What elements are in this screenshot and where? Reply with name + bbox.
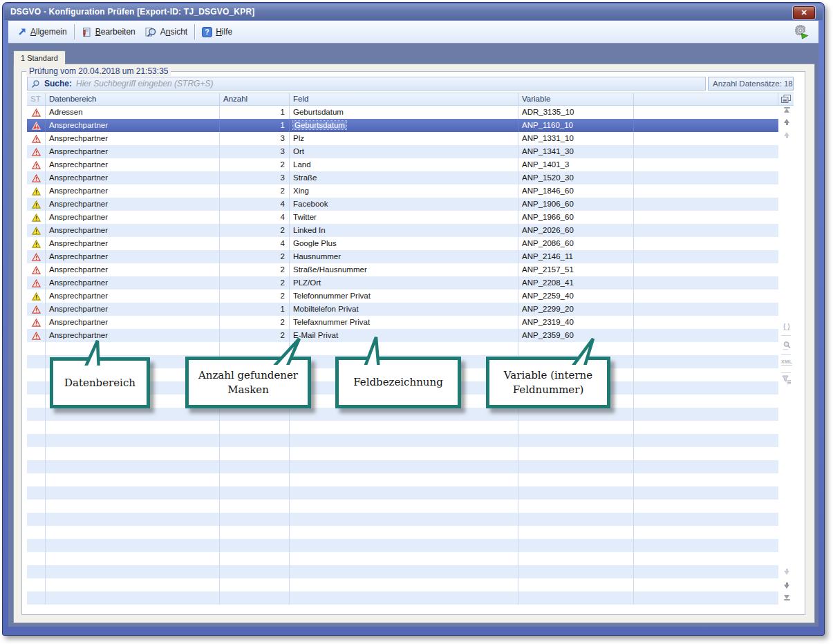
menu-item-bearbeiten[interactable]: Bearbeiten — [77, 25, 140, 39]
table-row-empty[interactable] — [27, 421, 778, 434]
table-row[interactable]: Ansprechpartner1Mobiltelefon PrivatANP_2… — [27, 303, 778, 316]
table-row-empty[interactable] — [27, 368, 778, 381]
table-row-empty[interactable] — [27, 342, 778, 355]
table-row[interactable]: Ansprechpartner2Straße/HausnummerANP_215… — [27, 263, 778, 276]
cell-filler — [634, 145, 778, 158]
table-row[interactable]: Ansprechpartner4TwitterANP_1966_60 — [27, 211, 778, 224]
cell-filler — [634, 263, 778, 276]
close-button[interactable]: ✕ — [793, 6, 815, 19]
arrow-up-icon[interactable] — [780, 119, 794, 125]
table-row[interactable]: Ansprechpartner3PlzANP_1331_10 — [27, 132, 778, 145]
cell-filler — [634, 303, 778, 316]
status-yellow-warning-icon — [27, 211, 46, 224]
table-row[interactable]: Ansprechpartner2PLZ/OrtANP_2208_41 — [27, 276, 778, 290]
table-row[interactable]: Ansprechpartner2Telefonnummer PrivatANP_… — [27, 290, 778, 303]
help-icon: ? — [202, 27, 212, 37]
cell-variable: ANP_1906_60 — [518, 198, 634, 211]
cell-anzahl: 1 — [220, 119, 290, 132]
filter-icon[interactable] — [780, 375, 794, 384]
column-header-anzahl[interactable]: Anzahl — [220, 93, 290, 105]
cell-feld: Land — [290, 158, 518, 171]
cell-variable: ANP_1401_3 — [518, 158, 634, 171]
arrow-up-disabled-icon[interactable] — [780, 132, 794, 138]
column-header-variable[interactable]: Variable — [518, 93, 634, 105]
arrow-down-icon[interactable] — [780, 583, 794, 589]
status-red-warning-icon — [27, 303, 46, 316]
table-row-empty[interactable] — [27, 578, 778, 591]
scroll-top-icon[interactable] — [780, 107, 794, 113]
table-row-empty[interactable] — [27, 500, 778, 513]
cell-variable: ANP_2208_41 — [518, 276, 634, 290]
table-row[interactable]: Adressen1GeburtsdatumADR_3135_10 — [27, 106, 778, 119]
search-icon[interactable] — [780, 341, 794, 350]
table-row[interactable]: Ansprechpartner2HausnummerANP_2146_11 — [27, 250, 778, 263]
column-chooser-button[interactable] — [778, 93, 794, 105]
grid-header: STDatenbereichAnzahlFeldVariable — [27, 93, 794, 106]
table-row-empty[interactable] — [27, 381, 778, 395]
scroll-bottom-icon[interactable] — [780, 595, 794, 600]
cell-datenbereich: Ansprechpartner — [46, 198, 220, 211]
table-row-empty[interactable] — [27, 539, 778, 552]
status-red-warning-icon — [27, 158, 46, 171]
table-row-empty[interactable] — [27, 486, 778, 500]
xml-icon[interactable]: XML — [780, 359, 794, 366]
status-yellow-warning-icon — [27, 184, 46, 198]
table-row[interactable]: Ansprechpartner4Google PlusANP_2086_60 — [27, 237, 778, 250]
braces-icon[interactable]: ( ) — [780, 323, 794, 330]
arrow-down-disabled-icon[interactable] — [780, 569, 794, 575]
cell-datenbereich: Ansprechpartner — [46, 290, 220, 303]
rail-separator — [781, 354, 791, 355]
cell-anzahl: 3 — [220, 132, 290, 145]
column-header-filler[interactable] — [634, 93, 778, 105]
table-row-empty[interactable] — [27, 473, 778, 486]
menu-item-allgemein[interactable]: Allgemein — [12, 25, 72, 39]
cell-datenbereich: Ansprechpartner — [46, 263, 220, 276]
cell-datenbereich: Ansprechpartner — [46, 158, 220, 171]
table-row[interactable]: Ansprechpartner2LandANP_1401_3 — [27, 158, 778, 171]
table-row-empty[interactable] — [27, 565, 778, 578]
table-row-empty[interactable] — [27, 513, 778, 526]
cell-feld: Plz — [290, 132, 518, 145]
cell-variable: ANP_2086_60 — [518, 237, 634, 250]
status-red-warning-icon — [27, 316, 46, 329]
tab-standard[interactable]: 1 Standard — [13, 50, 66, 64]
menu-item-hilfe[interactable]: ?Hilfe — [197, 25, 237, 39]
cell-datenbereich: Ansprechpartner — [46, 329, 220, 342]
cell-anzahl: 2 — [220, 158, 290, 171]
table-row-empty[interactable] — [27, 447, 778, 460]
table-row[interactable]: Ansprechpartner2E-Mail PrivatANP_2359_60 — [27, 329, 778, 342]
table-row-empty[interactable] — [27, 591, 778, 605]
search-input[interactable]: Suche: Hier Suchbegriff eingeben (STRG+S… — [27, 77, 706, 91]
table-row[interactable]: Ansprechpartner3StraßeANP_1520_30 — [27, 171, 778, 184]
cell-variable: ANP_2146_11 — [518, 250, 634, 263]
table-row-empty[interactable] — [27, 408, 778, 421]
svg-text:?: ? — [205, 28, 209, 36]
column-header-st[interactable]: ST — [27, 93, 46, 105]
menu-item-label: Bearbeiten — [95, 27, 135, 37]
table-row[interactable]: Ansprechpartner2Linked InANP_2026_60 — [27, 224, 778, 237]
table-row-empty[interactable] — [27, 434, 778, 447]
table-row-empty[interactable] — [27, 526, 778, 539]
table-row[interactable]: Ansprechpartner3OrtANP_1341_30 — [27, 145, 778, 158]
table-row-empty[interactable] — [27, 552, 778, 565]
column-header-datenbereich[interactable]: Datenbereich — [46, 93, 220, 105]
table-row-empty[interactable] — [27, 355, 778, 368]
table-row[interactable]: Ansprechpartner2Telefaxnummer PrivatANP_… — [27, 316, 778, 329]
status-red-warning-icon — [27, 119, 46, 132]
column-header-feld[interactable]: Feld — [290, 93, 518, 105]
table-row[interactable]: Ansprechpartner2XingANP_1846_60 — [27, 184, 778, 198]
status-red-warning-icon — [27, 106, 46, 119]
table-row-empty[interactable] — [27, 395, 778, 408]
cell-anzahl: 3 — [220, 171, 290, 184]
status-red-warning-icon — [27, 276, 46, 290]
gear-run-icon[interactable] — [794, 25, 809, 39]
cell-variable: ANP_2026_60 — [518, 224, 634, 237]
status-red-warning-icon — [27, 145, 46, 158]
table-row[interactable]: Ansprechpartner1GeburtsdatumANP_1160_10 — [27, 119, 778, 132]
cell-datenbereich: Ansprechpartner — [46, 132, 220, 145]
menu-item-ansicht[interactable]: Ansicht — [140, 25, 192, 39]
table-row[interactable]: Ansprechpartner4FacebookANP_1906_60 — [27, 198, 778, 211]
cell-feld: Telefaxnummer Privat — [290, 316, 518, 329]
table-row-empty[interactable] — [27, 460, 778, 473]
cell-datenbereich: Ansprechpartner — [46, 119, 220, 132]
